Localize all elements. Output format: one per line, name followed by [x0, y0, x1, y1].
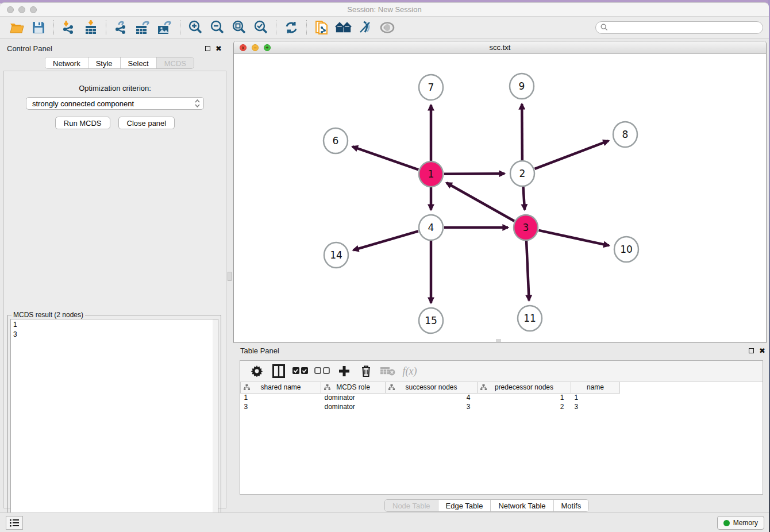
search-box[interactable] — [595, 21, 763, 34]
column-header-successor-nodes[interactable]: successor nodes — [386, 382, 478, 393]
memory-button[interactable]: Memory — [717, 516, 764, 530]
tab-motifs[interactable]: Motifs — [554, 500, 589, 511]
search-icon — [600, 24, 608, 31]
home-layout-icon[interactable] — [335, 19, 352, 36]
canvas-scrollbar-thumb[interactable] — [496, 339, 501, 342]
graph-edge-3-1[interactable] — [446, 183, 514, 221]
graph-edge-1-6[interactable] — [352, 147, 418, 169]
clone-network-icon[interactable] — [313, 19, 330, 36]
settings-gear-icon[interactable] — [247, 363, 267, 379]
column-flow-icon — [324, 384, 330, 391]
graph-node-label-6: 6 — [333, 135, 339, 147]
control-panel-float-button[interactable] — [205, 46, 210, 51]
node-table-container: f(x) shared name MCDS role successor nod… — [240, 360, 763, 495]
task-history-button[interactable] — [6, 516, 23, 530]
mcds-result-scrollbar[interactable] — [213, 319, 218, 529]
mcds-result-text[interactable]: 1 3 — [10, 319, 218, 529]
tab-style[interactable]: Style — [88, 57, 121, 68]
show-columns-icon[interactable] — [269, 363, 288, 379]
graph-edge-1-2[interactable] — [444, 174, 505, 174]
window-title: Session: New Session — [0, 5, 769, 14]
tab-select[interactable]: Select — [121, 57, 157, 68]
column-header-shared-name[interactable]: shared name — [241, 382, 321, 393]
optimization-criterion-select[interactable]: strongly connected component — [26, 97, 204, 110]
column-header-predecessor-nodes[interactable]: predecessor nodes — [478, 382, 571, 393]
export-image-icon[interactable] — [156, 19, 174, 36]
table-row[interactable]: 3 dominator 3 2 3 — [241, 402, 620, 411]
network-canvas[interactable]: 7968124314101511 — [234, 54, 766, 342]
zoom-selected-icon[interactable] — [252, 19, 270, 36]
select-stepper-icon — [195, 99, 200, 107]
tab-network[interactable]: Network — [45, 57, 88, 68]
zoom-in-icon[interactable] — [187, 19, 204, 36]
table-row[interactable]: 1 dominator 4 1 1 — [241, 393, 620, 402]
graph-node-label-7: 7 — [428, 82, 434, 93]
table-panel: Table Panel ✖ — [233, 344, 769, 515]
deselect-all-icon[interactable] — [313, 363, 332, 379]
graph-node-label-15: 15 — [425, 315, 437, 326]
tab-edge-table[interactable]: Edge Table — [438, 500, 491, 511]
select-all-icon[interactable] — [291, 363, 310, 379]
search-input[interactable] — [611, 24, 758, 32]
graph-edge-3-10[interactable] — [538, 230, 609, 246]
export-network-icon[interactable] — [113, 19, 130, 36]
graph-edge-3-11[interactable] — [526, 241, 529, 300]
delete-table-icon — [378, 363, 398, 379]
preview-eye-icon[interactable] — [379, 19, 396, 36]
graph-edge-2-9[interactable] — [522, 104, 522, 160]
run-mcds-button[interactable]: Run MCDS — [55, 117, 110, 129]
table-panel-close-button[interactable]: ✖ — [759, 348, 765, 353]
column-header-name[interactable]: name — [571, 382, 620, 393]
zoom-out-icon[interactable] — [209, 19, 226, 36]
mcds-result-group: MCDS result (2 nodes) 1 3 — [7, 315, 221, 532]
import-network-icon[interactable] — [60, 19, 78, 36]
graph-edge-2-3[interactable] — [523, 187, 525, 210]
network-graph: 7968124314101511 — [234, 54, 766, 343]
table-panel-float-button[interactable] — [749, 348, 754, 353]
memory-status-dot — [723, 520, 730, 526]
hide-graphics-details-icon[interactable] — [357, 19, 374, 36]
delete-row-icon[interactable] — [356, 363, 376, 379]
control-panel-close-button[interactable]: ✖ — [215, 46, 222, 51]
graph-node-label-14: 14 — [330, 249, 342, 261]
mcds-result-title: MCDS result (2 nodes) — [11, 311, 85, 319]
column-header-mcds-role[interactable]: MCDS role — [321, 382, 386, 393]
export-table-icon[interactable] — [134, 19, 152, 36]
close-panel-button[interactable]: Close panel — [118, 117, 175, 129]
network-window-title: scc.txt — [234, 43, 766, 52]
control-panel: Control Panel ✖ Network Style Select MCD… — [3, 42, 226, 508]
application-window: Session: New Session — [0, 2, 769, 532]
import-table-icon[interactable] — [82, 19, 99, 36]
toolbar-separator — [53, 20, 54, 35]
table-header-row: shared name MCDS role successor nodes pr… — [241, 382, 620, 393]
column-flow-icon — [244, 384, 250, 391]
open-session-icon[interactable] — [8, 19, 25, 36]
criterion-selected-value: strongly connected component — [32, 99, 195, 108]
task-list-icon — [10, 519, 19, 527]
table-toolbar: f(x) — [240, 361, 763, 382]
network-view-window: x – + scc.txt 7968124314101511 — [233, 41, 767, 343]
graph-edge-4-14[interactable] — [353, 231, 418, 250]
zoom-fit-icon[interactable] — [230, 19, 248, 36]
toolbar-separator — [106, 20, 106, 35]
mcds-panel-body: Optimization criterion: strongly connect… — [3, 71, 226, 508]
toolbar-separator — [276, 20, 276, 35]
graph-node-label-2: 2 — [519, 168, 526, 179]
refresh-icon[interactable] — [283, 19, 300, 36]
add-row-icon[interactable] — [334, 363, 354, 379]
graph-node-label-1: 1 — [428, 168, 434, 180]
table-panel-tabs: Node Table Edge Table Network Table Moti… — [384, 499, 589, 512]
network-window-titlebar[interactable]: x – + scc.txt — [234, 41, 766, 54]
table-panel-title: Table Panel — [237, 346, 749, 355]
panel-splitter-grip[interactable] — [228, 272, 232, 281]
tab-mcds[interactable]: MCDS — [157, 57, 194, 68]
apply-function-icon: f(x) — [400, 363, 419, 379]
graph-edge-2-8[interactable] — [535, 141, 609, 169]
save-session-icon[interactable] — [30, 19, 47, 36]
window-titlebar: Session: New Session — [0, 3, 769, 17]
tab-network-table[interactable]: Network Table — [491, 500, 553, 511]
control-panel-title: Control Panel — [3, 44, 205, 53]
graph-node-label-4: 4 — [428, 222, 434, 233]
fx-label: f(x) — [403, 365, 417, 377]
tab-node-table[interactable]: Node Table — [385, 500, 438, 511]
